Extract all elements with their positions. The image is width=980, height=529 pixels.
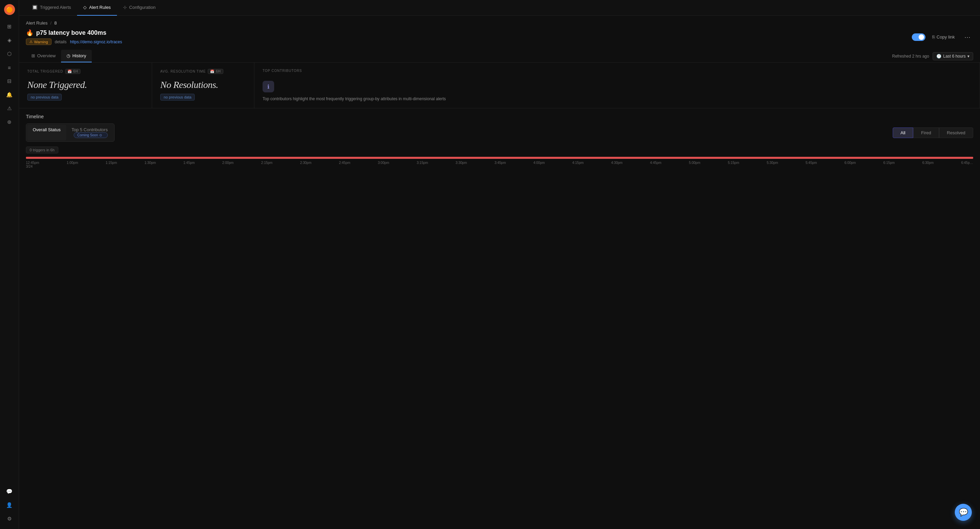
- time-label-18: 5:15pm: [728, 161, 739, 168]
- time-label-7: 2:30pm: [300, 161, 311, 168]
- time-label-24: 6:45p…: [961, 161, 973, 168]
- breadcrumb: Alert Rules / 8: [19, 16, 980, 29]
- coming-soon-badge: Coming Soon ⊙: [74, 132, 108, 138]
- timeline-tab-overall[interactable]: Overall Status: [27, 125, 66, 140]
- total-triggered-label: TOTAL TRIGGERED 📅 6H: [27, 69, 143, 74]
- contributors-description: Top contributors highlight the most freq…: [262, 96, 446, 102]
- timeline-chart: 12:45pm3/24 1:00pm 1:15pm 1:30pm 1:45pm …: [26, 157, 973, 168]
- breadcrumb-current: 8: [54, 21, 57, 25]
- sidebar-item-dashboards[interactable]: ⊟: [3, 75, 16, 87]
- filter-fired-button[interactable]: Fired: [913, 127, 939, 138]
- triggered-alerts-icon: 🔲: [32, 5, 38, 10]
- page-content: Alert Rules / 8 🔥 p75 latency bove 400ms…: [19, 16, 980, 529]
- sidebar-item-home[interactable]: ⊞: [3, 21, 16, 33]
- total-triggered-period: 📅 6H: [65, 69, 81, 74]
- time-label-22: 6:15pm: [883, 161, 895, 168]
- sidebar-item-logs[interactable]: ≡: [3, 61, 16, 74]
- more-options-button[interactable]: ⋯: [962, 32, 973, 42]
- time-label-2: 1:15pm: [106, 161, 117, 168]
- page-tabs-right: Refreshed 2 hrs ago 🕐 Last 6 hours ▾: [892, 52, 973, 60]
- time-label-6: 2:15pm: [261, 161, 272, 168]
- avg-resolution-period: 📅 6H: [208, 69, 223, 74]
- chat-bubble-icon: 💬: [959, 508, 968, 517]
- overview-tab-icon: ⊞: [31, 53, 35, 58]
- time-label-12: 3:45pm: [495, 161, 506, 168]
- timeline-title: Timeline: [26, 114, 973, 119]
- filter-resolved-button[interactable]: Resolved: [939, 127, 973, 138]
- time-label-8: 2:45pm: [339, 161, 350, 168]
- alert-toggle[interactable]: [912, 33, 926, 41]
- avg-resolution-value: No Resolutions.: [160, 79, 246, 91]
- warning-icon: ⚠: [29, 40, 33, 44]
- timeline-section: Timeline Overall Status Top 5 Contributo…: [19, 108, 980, 168]
- sidebar-item-chat[interactable]: 💬: [3, 485, 16, 498]
- avg-resolution-panel: AVG. RESOLUTION TIME 📅 6H No Resolutions…: [152, 63, 255, 108]
- sidebar-item-integrations[interactable]: ⊛: [3, 116, 16, 128]
- sidebar-item-exceptions[interactable]: ⚠: [3, 102, 16, 114]
- time-label-14: 4:15pm: [572, 161, 584, 168]
- avg-resolution-badge: no previous data: [160, 94, 195, 100]
- sidebar-item-alerts[interactable]: 🔔: [3, 89, 16, 101]
- breadcrumb-parent[interactable]: Alert Rules: [26, 21, 48, 25]
- timeline-tab-group: Overall Status Top 5 Contributors Coming…: [26, 123, 115, 142]
- time-labels: 12:45pm3/24 1:00pm 1:15pm 1:30pm 1:45pm …: [26, 161, 973, 168]
- history-tab-icon: ◷: [67, 53, 70, 58]
- time-label-13: 4:00pm: [533, 161, 544, 168]
- chat-support-button[interactable]: 💬: [955, 504, 972, 521]
- trigger-count-badge: 0 triggers in 6h: [26, 146, 58, 153]
- alert-fire-icon: 🔥: [26, 29, 33, 37]
- configuration-icon: ⊹: [123, 5, 127, 10]
- time-label-11: 3:30pm: [455, 161, 467, 168]
- time-range-picker[interactable]: 🕐 Last 6 hours ▾: [932, 52, 973, 60]
- copy-link-icon: ⎘: [932, 35, 935, 40]
- top-contributors-label: TOP CONTRIBUTORS: [262, 69, 972, 73]
- filter-all-button[interactable]: All: [893, 127, 913, 138]
- timeline-tab-top5[interactable]: Top 5 Contributors Coming Soon ⊙: [66, 125, 113, 140]
- sidebar-item-user[interactable]: 👤: [3, 499, 16, 511]
- time-label-21: 6:00pm: [845, 161, 856, 168]
- tab-triggered-alerts[interactable]: 🔲 Triggered Alerts: [26, 0, 77, 16]
- alert-title-text: p75 latency bove 400ms: [36, 29, 107, 37]
- copy-link-button[interactable]: ⎘ Copy link: [929, 33, 958, 41]
- time-label-16: 4:45pm: [650, 161, 661, 168]
- time-label-1: 1:00pm: [67, 161, 78, 168]
- tab-history[interactable]: ◷ History: [61, 50, 91, 62]
- time-label-23: 6:30pm: [923, 161, 934, 168]
- severity-badge: ⚠ Warning: [26, 38, 51, 45]
- alert-header: 🔥 p75 latency bove 400ms ⚠ Warning detai…: [19, 29, 980, 50]
- time-label-3: 1:30pm: [145, 161, 156, 168]
- alert-rules-icon: ◇: [83, 5, 87, 10]
- avg-resolution-label: AVG. RESOLUTION TIME 📅 6H: [160, 69, 246, 74]
- top-contributors-panel: TOP CONTRIBUTORS ℹ Top contributors high…: [255, 63, 980, 108]
- alert-title-group: 🔥 p75 latency bove 400ms ⚠ Warning detai…: [26, 29, 122, 45]
- coming-soon-info-icon: ⊙: [99, 133, 102, 137]
- clock-icon: 🕐: [936, 54, 942, 59]
- chevron-down-icon: ▾: [967, 54, 969, 59]
- alert-meta: ⚠ Warning details https://demo.signoz.io…: [26, 38, 122, 45]
- alert-actions: ⎘ Copy link ⋯: [912, 32, 973, 42]
- time-label-20: 5:45pm: [806, 161, 817, 168]
- page-tabs: ⊞ Overview ◷ History Refreshed 2 hrs ago…: [19, 50, 980, 63]
- total-triggered-panel: TOTAL TRIGGERED 📅 6H None Triggered. no …: [19, 63, 152, 108]
- trace-url-link[interactable]: https://demo.signoz.io/traces: [70, 40, 122, 44]
- app-logo[interactable]: 🟠: [4, 4, 15, 15]
- details-link[interactable]: details: [55, 40, 67, 44]
- sidebar-item-settings[interactable]: ⚙: [3, 513, 16, 525]
- alert-title-row: 🔥 p75 latency bove 400ms: [26, 29, 122, 37]
- timeline-bar: [26, 157, 973, 159]
- sidebar: 🟠 ⊞ ◈ ⬡ ≡ ⊟ 🔔 ⚠ ⊛ 💬 👤 ⚙: [0, 0, 19, 529]
- top-navigation: 🔲 Triggered Alerts ◇ Alert Rules ⊹ Confi…: [19, 0, 980, 16]
- tab-overview[interactable]: ⊞ Overview: [26, 50, 61, 62]
- sidebar-item-services[interactable]: ◈: [3, 34, 16, 46]
- total-triggered-badge: no previous data: [27, 94, 62, 100]
- sidebar-item-traces[interactable]: ⬡: [3, 48, 16, 60]
- tab-alert-rules[interactable]: ◇ Alert Rules: [77, 0, 117, 16]
- contributors-info-icon: ℹ: [262, 81, 274, 92]
- filter-buttons: All Fired Resolved: [893, 127, 973, 138]
- time-label-5: 2:00pm: [222, 161, 234, 168]
- time-label-9: 3:00pm: [378, 161, 389, 168]
- time-label-17: 5:00pm: [689, 161, 700, 168]
- tab-configuration[interactable]: ⊹ Configuration: [117, 0, 162, 16]
- breadcrumb-separator: /: [51, 21, 52, 25]
- page-tabs-left: ⊞ Overview ◷ History: [26, 50, 92, 62]
